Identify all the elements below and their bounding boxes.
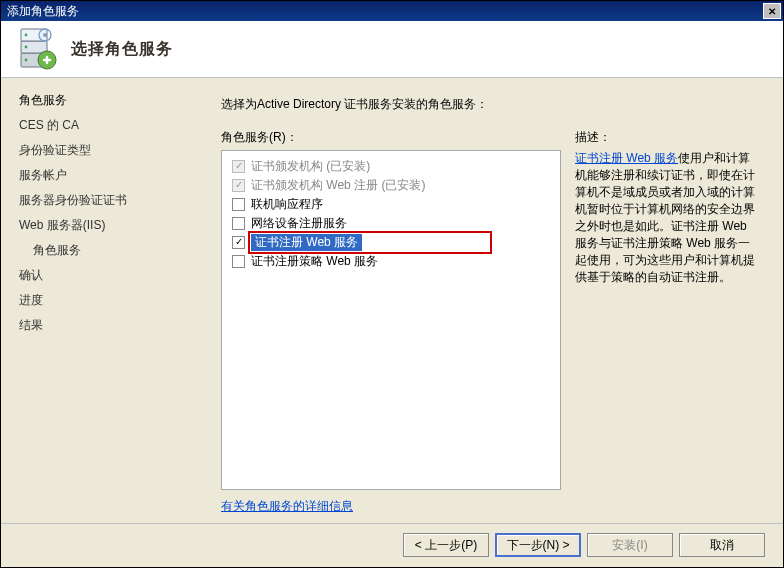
wizard-footer: < 上一步(P) 下一步(N) > 安装(I) 取消	[1, 523, 783, 567]
content-row: 角色服务(R)： 证书颁发机构 (已安装) 证书颁发机构 Web 注册 (已安装…	[221, 129, 761, 515]
sidebar-item-role-services[interactable]: 角色服务	[19, 88, 211, 113]
tree-item-ca-web: 证书颁发机构 Web 注册 (已安装)	[230, 176, 552, 195]
next-button[interactable]: 下一步(N) >	[495, 533, 581, 557]
tree-item-ndes[interactable]: 网络设备注册服务	[230, 214, 552, 233]
sidebar-item-confirmation[interactable]: 确认	[19, 263, 211, 288]
tree-label: 角色服务(R)：	[221, 129, 561, 146]
svg-point-5	[25, 59, 28, 62]
tree-item-cert-enrollment-web[interactable]: 证书注册 Web 服务	[230, 233, 552, 252]
titlebar: 添加角色服务 ✕	[1, 1, 783, 21]
sidebar-item-results[interactable]: 结果	[19, 313, 211, 338]
tree-item-label: 证书注册 Web 服务	[251, 234, 362, 251]
checkbox-icon	[232, 160, 245, 173]
checkbox-icon	[232, 179, 245, 192]
checkbox-icon[interactable]	[232, 217, 245, 230]
description-body: 使用户和计算机能够注册和续订证书，即使在计算机不是域成员或者加入域的计算机暂时位…	[575, 151, 755, 284]
sidebar: 角色服务 CES 的 CA 身份验证类型 服务帐户 服务器身份验证证书 Web …	[1, 78, 211, 523]
tree-item-ca: 证书颁发机构 (已安装)	[230, 157, 552, 176]
install-button: 安装(I)	[587, 533, 673, 557]
window-title: 添加角色服务	[7, 3, 79, 20]
wizard-window: 添加角色服务 ✕ 选择角色服务 角色服务 CES 的 CA 身份验证类型 服务帐…	[0, 0, 784, 568]
tree-item-label: 网络设备注册服务	[251, 215, 347, 232]
sidebar-item-progress[interactable]: 进度	[19, 288, 211, 313]
description-link[interactable]: 证书注册 Web 服务	[575, 151, 678, 165]
server-role-icon	[17, 27, 57, 71]
checkbox-icon[interactable]	[232, 198, 245, 211]
sidebar-item-iis-role-services[interactable]: 角色服务	[19, 238, 211, 263]
tree-item-label: 联机响应程序	[251, 196, 323, 213]
wizard-body: 角色服务 CES 的 CA 身份验证类型 服务帐户 服务器身份验证证书 Web …	[1, 78, 783, 523]
wizard-header: 选择角色服务	[1, 21, 783, 78]
previous-button[interactable]: < 上一步(P)	[403, 533, 489, 557]
tree-item-online-responder[interactable]: 联机响应程序	[230, 195, 552, 214]
tree-item-label: 证书颁发机构 (已安装)	[251, 158, 370, 175]
description-text: 证书注册 Web 服务使用户和计算机能够注册和续订证书，即使在计算机不是域成员或…	[575, 150, 761, 286]
checkbox-icon[interactable]	[232, 255, 245, 268]
role-services-tree[interactable]: 证书颁发机构 (已安装) 证书颁发机构 Web 注册 (已安装) 联机响应程序	[221, 150, 561, 490]
close-icon[interactable]: ✕	[763, 3, 781, 19]
description-label: 描述：	[575, 129, 761, 146]
sidebar-item-service-account[interactable]: 服务帐户	[19, 163, 211, 188]
svg-point-3	[25, 34, 28, 37]
checkbox-icon[interactable]	[232, 236, 245, 249]
description-panel: 描述： 证书注册 Web 服务使用户和计算机能够注册和续订证书，即使在计算机不是…	[575, 129, 761, 515]
tree-column: 角色服务(R)： 证书颁发机构 (已安装) 证书颁发机构 Web 注册 (已安装…	[221, 129, 561, 515]
svg-point-4	[25, 46, 28, 49]
instruction-text: 选择为Active Directory 证书服务安装的角色服务：	[221, 96, 761, 113]
tree-item-label: 证书注册策略 Web 服务	[251, 253, 378, 270]
sidebar-item-ces-ca[interactable]: CES 的 CA	[19, 113, 211, 138]
page-title: 选择角色服务	[71, 39, 173, 60]
more-info-link[interactable]: 有关角色服务的详细信息	[221, 498, 353, 515]
cancel-button[interactable]: 取消	[679, 533, 765, 557]
content-top: 选择为Active Directory 证书服务安装的角色服务：	[221, 96, 761, 119]
svg-point-8	[43, 33, 47, 37]
tree-item-cert-enrollment-policy-web[interactable]: 证书注册策略 Web 服务	[230, 252, 552, 271]
sidebar-item-web-server-iis[interactable]: Web 服务器(IIS)	[19, 213, 211, 238]
tree-item-label: 证书颁发机构 Web 注册 (已安装)	[251, 177, 425, 194]
sidebar-item-auth-type[interactable]: 身份验证类型	[19, 138, 211, 163]
sidebar-item-server-cert[interactable]: 服务器身份验证证书	[19, 188, 211, 213]
content: 选择为Active Directory 证书服务安装的角色服务： 角色服务(R)…	[211, 78, 783, 523]
